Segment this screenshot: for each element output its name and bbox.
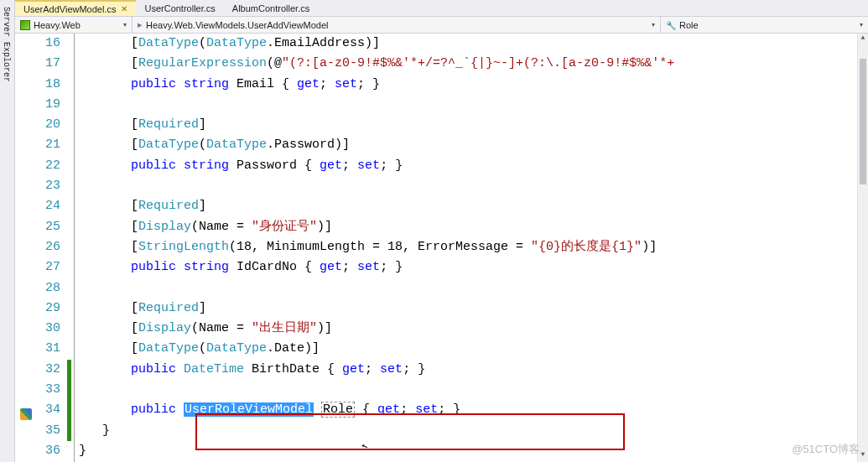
code-line[interactable]: [RegularExpression(@"(?:[a-z0-9!#$%&'*+/… bbox=[79, 54, 868, 74]
chevron-down-icon: ▾ bbox=[123, 21, 127, 29]
line-number: 28 bbox=[39, 278, 60, 298]
document-tabs: UserAddViewModel.cs ✕ UserController.cs … bbox=[15, 0, 868, 17]
nav-project-dropdown[interactable]: Heavy.Web ▾ bbox=[15, 17, 133, 33]
chevron-down-icon: ▾ bbox=[860, 21, 863, 29]
chevron-down-icon: ▾ bbox=[652, 21, 655, 29]
code-line[interactable]: [Required] bbox=[79, 298, 868, 319]
main-area: UserAddViewModel.cs ✕ UserController.cs … bbox=[15, 0, 868, 462]
code-line[interactable]: [DataType(DataType.Date)] bbox=[79, 339, 868, 359]
line-number: 36 bbox=[39, 441, 60, 461]
code-line[interactable]: public UserRoleViewModel Role { get; set… bbox=[79, 400, 868, 420]
code-line[interactable]: public string Email { get; set; } bbox=[79, 75, 868, 95]
nav-project-label: Heavy.Web bbox=[34, 20, 81, 30]
tab-usercontroller[interactable]: UserController.cs bbox=[136, 0, 223, 16]
code-line[interactable]: public string IdCardNo { get; set; } bbox=[79, 257, 868, 278]
selected-text: UserRoleViewModel bbox=[184, 402, 314, 417]
line-number: 16 bbox=[39, 34, 60, 54]
reference-highlight: Role bbox=[321, 402, 355, 418]
line-number: 32 bbox=[39, 360, 60, 380]
line-number: 30 bbox=[39, 319, 60, 339]
side-tool-panel[interactable]: Server Explorer Toolbox SQL Server Objec… bbox=[0, 0, 15, 462]
code-editor[interactable]: 1617181920212223242526272829303132333435… bbox=[15, 34, 868, 462]
tab-useraddviewmodel[interactable]: UserAddViewModel.cs ✕ bbox=[15, 0, 136, 16]
code-line[interactable]: [Required] bbox=[79, 115, 868, 135]
changed-line-marker bbox=[67, 380, 71, 400]
nav-member-label: Role bbox=[679, 20, 699, 30]
code-line[interactable]: } bbox=[79, 441, 868, 461]
line-number: 18 bbox=[39, 75, 60, 95]
glyph-margin bbox=[15, 34, 39, 462]
line-number: 21 bbox=[39, 135, 60, 155]
code-line[interactable]: public string Password { get; set; } bbox=[79, 156, 868, 176]
vertical-scrollbar[interactable]: ▲ ▼ bbox=[857, 34, 868, 462]
code-line[interactable]: [DataType(DataType.EmailAddress)] bbox=[79, 34, 868, 54]
line-number: 20 bbox=[39, 115, 60, 135]
code-line[interactable]: [DataType(DataType.Password)] bbox=[79, 135, 868, 155]
scroll-up-icon[interactable]: ▲ bbox=[858, 34, 868, 45]
tab-label: AlbumController.cs bbox=[232, 3, 309, 13]
line-number: 29 bbox=[39, 298, 60, 319]
line-number: 25 bbox=[39, 217, 60, 237]
line-number: 27 bbox=[39, 257, 60, 278]
panel-server-explorer[interactable]: Server Explorer bbox=[0, 3, 13, 462]
code-line[interactable] bbox=[79, 380, 868, 400]
code-line[interactable]: [Display(Name = "出生日期")] bbox=[79, 319, 868, 339]
watermark-text: @51CTO博客 bbox=[792, 442, 860, 457]
class-icon bbox=[138, 19, 143, 30]
outline-bar bbox=[72, 34, 79, 462]
code-content[interactable]: [DataType(DataType.EmailAddress)][Regula… bbox=[79, 34, 868, 462]
navigation-bar: Heavy.Web ▾ Heavy.Web.ViewModels.UserAdd… bbox=[15, 17, 868, 34]
tab-label: UserController.cs bbox=[144, 3, 215, 13]
csharp-project-icon bbox=[20, 20, 30, 30]
line-number: 24 bbox=[39, 196, 60, 216]
line-number: 34 bbox=[39, 400, 60, 420]
line-number: 35 bbox=[39, 421, 60, 441]
code-line[interactable]: } bbox=[79, 421, 868, 441]
line-number: 33 bbox=[39, 380, 60, 400]
code-line[interactable] bbox=[79, 176, 868, 196]
changed-line-marker bbox=[67, 421, 71, 441]
code-line[interactable]: public DateTime BirthDate { get; set; } bbox=[79, 360, 868, 380]
scroll-thumb[interactable] bbox=[860, 59, 866, 184]
code-line[interactable]: [Display(Name = "身份证号")] bbox=[79, 217, 868, 237]
tab-albumcontroller[interactable]: AlbumController.cs bbox=[224, 0, 318, 16]
line-number: 31 bbox=[39, 339, 60, 359]
nav-type-dropdown[interactable]: Heavy.Web.ViewModels.UserAddViewModel ▾ bbox=[133, 17, 661, 33]
line-number: 26 bbox=[39, 237, 60, 257]
line-number-gutter: 1617181920212223242526272829303132333435… bbox=[39, 34, 67, 462]
line-number: 23 bbox=[39, 176, 60, 196]
lightbulb-icon[interactable] bbox=[20, 408, 32, 420]
close-icon[interactable]: ✕ bbox=[121, 4, 127, 13]
property-icon bbox=[666, 20, 676, 30]
nav-type-label: Heavy.Web.ViewModels.UserAddViewModel bbox=[146, 20, 328, 30]
line-number: 17 bbox=[39, 54, 60, 74]
nav-member-dropdown[interactable]: Role ▾ bbox=[661, 17, 868, 33]
changed-line-marker bbox=[67, 360, 71, 380]
line-number: 22 bbox=[39, 156, 60, 176]
code-line[interactable]: [StringLength(18, MinimumLength = 18, Er… bbox=[79, 237, 868, 257]
tab-label: UserAddViewModel.cs bbox=[23, 4, 116, 14]
code-line[interactable]: [Required] bbox=[79, 196, 868, 216]
code-line[interactable] bbox=[79, 278, 868, 298]
changed-line-marker bbox=[67, 400, 71, 420]
line-number: 19 bbox=[39, 95, 60, 115]
code-line[interactable] bbox=[79, 95, 868, 115]
